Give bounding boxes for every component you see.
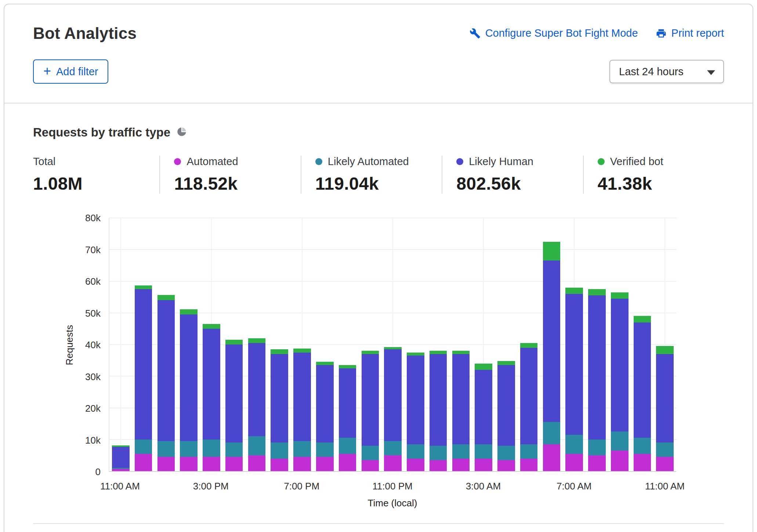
bar-column[interactable] bbox=[449, 218, 472, 471]
bar-column[interactable] bbox=[336, 218, 359, 471]
bar-column[interactable] bbox=[631, 218, 654, 471]
bar-segment-likely-human[interactable] bbox=[475, 370, 492, 444]
time-range-select[interactable]: Last 24 hours bbox=[609, 60, 724, 83]
bar-segment-likely-human[interactable] bbox=[407, 356, 424, 444]
bar-segment-verified-bot[interactable] bbox=[430, 351, 447, 354]
bar-segment-likely-human[interactable] bbox=[634, 323, 651, 438]
bar-segment-automated[interactable] bbox=[316, 457, 334, 471]
bar-column[interactable] bbox=[177, 218, 200, 471]
bar-segment-likely-human[interactable] bbox=[588, 295, 606, 439]
bar-segment-verified-bot[interactable] bbox=[203, 324, 220, 329]
bar-segment-verified-bot[interactable] bbox=[611, 292, 629, 299]
bar-column[interactable] bbox=[518, 218, 540, 471]
bar-segment-verified-bot[interactable] bbox=[520, 343, 538, 348]
bar-column[interactable] bbox=[608, 218, 631, 471]
bar-segment-automated[interactable] bbox=[339, 454, 356, 471]
bar-segment-likely-automated[interactable] bbox=[157, 441, 175, 457]
bar-segment-automated[interactable] bbox=[248, 455, 266, 471]
bar-segment-likely-automated[interactable] bbox=[316, 442, 334, 457]
configure-super-bot-fight-mode-link[interactable]: Configure Super Bot Fight Mode bbox=[470, 27, 638, 39]
bar-segment-likely-human[interactable] bbox=[543, 260, 561, 422]
bar-segment-likely-automated[interactable] bbox=[634, 438, 651, 453]
bar-segment-automated[interactable] bbox=[565, 454, 583, 471]
bar-segment-likely-human[interactable] bbox=[135, 289, 152, 440]
bar-segment-automated[interactable] bbox=[656, 457, 674, 471]
bar-segment-verified-bot[interactable] bbox=[157, 295, 175, 300]
bar-column[interactable] bbox=[291, 218, 314, 471]
bar-segment-verified-bot[interactable] bbox=[565, 288, 583, 294]
bar-segment-automated[interactable] bbox=[112, 469, 130, 471]
bar-segment-likely-automated[interactable] bbox=[203, 440, 220, 457]
bar-column[interactable] bbox=[246, 218, 268, 471]
bar-column[interactable] bbox=[540, 218, 563, 471]
bar-segment-automated[interactable] bbox=[634, 454, 651, 471]
bar-column[interactable] bbox=[472, 218, 495, 471]
bar-segment-verified-bot[interactable] bbox=[656, 346, 674, 354]
bar-column[interactable] bbox=[563, 218, 586, 471]
bar-column[interactable] bbox=[586, 218, 608, 471]
bar-segment-automated[interactable] bbox=[430, 460, 447, 471]
bar-segment-likely-automated[interactable] bbox=[520, 444, 538, 459]
bar-segment-likely-automated[interactable] bbox=[475, 444, 492, 459]
bar-segment-likely-human[interactable] bbox=[611, 299, 629, 431]
bar-segment-automated[interactable] bbox=[588, 455, 606, 471]
bar-segment-verified-bot[interactable] bbox=[407, 353, 424, 356]
bar-segment-likely-human[interactable] bbox=[565, 294, 583, 435]
bar-segment-likely-human[interactable] bbox=[157, 300, 175, 441]
bar-segment-likely-automated[interactable] bbox=[248, 436, 266, 455]
bar-segment-likely-automated[interactable] bbox=[362, 446, 379, 460]
bar-segment-likely-human[interactable] bbox=[497, 365, 515, 446]
bar-segment-likely-human[interactable] bbox=[656, 354, 674, 443]
bar-segment-automated[interactable] bbox=[407, 459, 424, 471]
bar-segment-automated[interactable] bbox=[157, 457, 175, 471]
bar-segment-likely-automated[interactable] bbox=[339, 438, 356, 453]
bar-segment-likely-automated[interactable] bbox=[135, 440, 152, 454]
bar-segment-verified-bot[interactable] bbox=[248, 338, 266, 343]
print-report-link[interactable]: Print report bbox=[656, 27, 724, 39]
bar-segment-likely-automated[interactable] bbox=[611, 431, 629, 451]
bar-segment-verified-bot[interactable] bbox=[543, 242, 561, 261]
bar-segment-likely-automated[interactable] bbox=[180, 441, 198, 457]
bar-segment-verified-bot[interactable] bbox=[452, 351, 470, 354]
bar-segment-likely-automated[interactable] bbox=[588, 440, 606, 455]
bar-segment-likely-human[interactable] bbox=[271, 354, 288, 443]
bar-segment-verified-bot[interactable] bbox=[588, 289, 606, 295]
bar-segment-verified-bot[interactable] bbox=[293, 349, 311, 352]
bar-segment-likely-human[interactable] bbox=[362, 354, 379, 446]
bar-column[interactable] bbox=[132, 218, 155, 471]
bar-segment-automated[interactable] bbox=[543, 444, 561, 471]
bar-column[interactable] bbox=[223, 218, 246, 471]
bar-column[interactable] bbox=[404, 218, 427, 471]
bar-segment-automated[interactable] bbox=[180, 457, 198, 471]
bar-segment-likely-human[interactable] bbox=[225, 345, 243, 442]
bar-segment-likely-human[interactable] bbox=[452, 354, 470, 444]
bar-column[interactable] bbox=[381, 218, 404, 471]
bar-segment-automated[interactable] bbox=[475, 459, 492, 471]
bar-segment-likely-human[interactable] bbox=[339, 368, 356, 438]
bar-segment-likely-human[interactable] bbox=[520, 348, 538, 444]
bar-segment-automated[interactable] bbox=[384, 455, 402, 471]
bar-segment-verified-bot[interactable] bbox=[135, 285, 152, 289]
bar-segment-verified-bot[interactable] bbox=[316, 362, 334, 365]
bar-segment-likely-automated[interactable] bbox=[293, 441, 311, 457]
bar-column[interactable] bbox=[427, 218, 450, 471]
bar-segment-automated[interactable] bbox=[135, 454, 152, 471]
bar-column[interactable] bbox=[109, 218, 132, 471]
bar-column[interactable] bbox=[653, 218, 676, 471]
bar-segment-likely-human[interactable] bbox=[203, 329, 220, 440]
bar-segment-likely-human[interactable] bbox=[180, 314, 198, 441]
bar-segment-likely-human[interactable] bbox=[430, 354, 447, 446]
bar-column[interactable] bbox=[200, 218, 223, 471]
bar-segment-verified-bot[interactable] bbox=[271, 349, 288, 354]
bar-segment-automated[interactable] bbox=[611, 451, 629, 471]
bar-segment-likely-human[interactable] bbox=[316, 365, 334, 442]
bar-segment-verified-bot[interactable] bbox=[475, 364, 492, 370]
bar-segment-automated[interactable] bbox=[520, 459, 538, 471]
bar-column[interactable] bbox=[268, 218, 291, 471]
bar-segment-likely-automated[interactable] bbox=[543, 422, 561, 444]
bar-segment-likely-automated[interactable] bbox=[452, 444, 470, 459]
bar-segment-likely-automated[interactable] bbox=[407, 444, 424, 459]
bar-segment-automated[interactable] bbox=[452, 459, 470, 471]
bar-segment-automated[interactable] bbox=[271, 459, 288, 471]
bar-column[interactable] bbox=[155, 218, 178, 471]
